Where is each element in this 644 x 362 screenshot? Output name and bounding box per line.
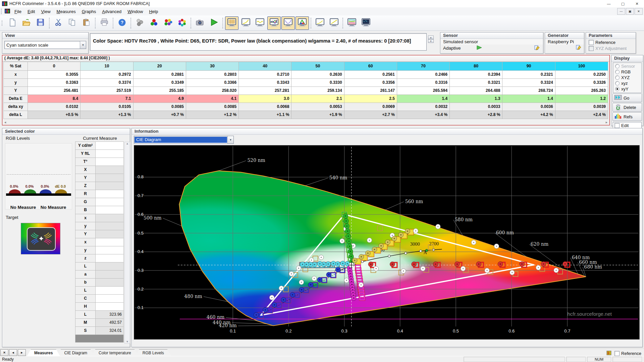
color-checker-measure-button[interactable] (175, 16, 189, 30)
go-button[interactable]: Go (612, 94, 642, 102)
sat-column-header[interactable]: 30 (186, 62, 239, 71)
view-gamma-button[interactable] (239, 16, 253, 30)
menu-advanced[interactable]: Advanced (99, 7, 124, 15)
measure-cell[interactable]: 4.9 (133, 95, 186, 103)
tab-rgb-levels[interactable]: RGB Levels (135, 349, 171, 356)
minimize-button[interactable]: — (602, 0, 616, 7)
measure-cell[interactable]: +4.2 % (502, 111, 555, 119)
cie-diagram[interactable]: 9300400030002700A520 nm540 nm560 nm580 n… (134, 145, 640, 340)
measure-cell[interactable]: +3.4 % (397, 111, 450, 119)
measure-cell[interactable]: 0.3363 (28, 78, 80, 87)
measures-count-spinner[interactable]: ▲ ▼ (428, 36, 434, 43)
measure-cell[interactable]: 4.1 (186, 95, 239, 103)
view-luminance-low-button[interactable] (313, 16, 327, 30)
sat-column-header[interactable]: 0 (28, 62, 80, 71)
measure-cell[interactable]: 261.147 (344, 86, 397, 95)
new-document-button[interactable] (6, 16, 19, 30)
tab-close-button[interactable]: ✕ (0, 349, 8, 356)
measure-cell[interactable]: 8.4 (28, 95, 80, 103)
radio-icon[interactable] (615, 81, 620, 85)
measure-cell[interactable]: +1.2 % (186, 111, 239, 119)
sat-column-header[interactable]: 90 (502, 62, 555, 71)
measure-cell[interactable]: +2.7 % (344, 111, 397, 119)
measure-cell[interactable]: 0.2394 (449, 70, 502, 79)
measure-cell[interactable]: 0.3330 (291, 78, 344, 87)
current-measure-row[interactable]: z (75, 254, 124, 262)
reference-checkbox-row[interactable]: Reference (589, 40, 636, 45)
sat-column-header[interactable]: 60 (344, 62, 397, 71)
display-radio-xyz[interactable]: xyz (613, 80, 641, 86)
measure-cell[interactable]: 0.2321 (502, 70, 555, 79)
measure-cell[interactable]: 7.1 (80, 95, 133, 103)
print-button[interactable] (98, 16, 111, 30)
current-measure-scrollbar[interactable]: ▲ ▼ (124, 142, 130, 344)
mdi-close-button[interactable]: ✕ (635, 8, 643, 15)
restore-button[interactable]: ▢ (616, 0, 630, 7)
measure-cell[interactable]: 0.3349 (133, 78, 186, 87)
current-measure-row[interactable]: Y (75, 174, 124, 182)
current-measure-row[interactable]: L (75, 287, 124, 295)
chevron-down-icon[interactable]: ▼ (227, 136, 233, 143)
sat-column-header[interactable]: 100 (555, 62, 608, 71)
measure-cell[interactable]: 3.0 (238, 95, 291, 103)
snapshot-button[interactable] (193, 16, 207, 30)
measure-cell[interactable]: 0.0053 (291, 103, 344, 111)
measure-cell[interactable]: 2.1 (291, 95, 344, 103)
measure-cell[interactable]: 1.4 (397, 95, 450, 103)
measure-cell[interactable]: 0.2972 (80, 70, 133, 79)
current-measure-row[interactable]: x (75, 214, 124, 222)
measure-cell[interactable]: 0.2466 (397, 70, 450, 79)
current-measure-row[interactable]: Y cd/m² (75, 142, 124, 150)
measure-cell[interactable]: 265.263 (555, 86, 608, 95)
measure-cell[interactable]: 0.0036 (502, 103, 555, 111)
measure-cell[interactable]: 0.3366 (186, 78, 239, 87)
view-luminance-button[interactable] (281, 16, 295, 30)
open-file-button[interactable] (20, 16, 33, 30)
measure-cell[interactable]: +1.3 % (80, 111, 133, 119)
menu-window[interactable]: Window (124, 7, 146, 15)
measure-cell[interactable]: 0.2803 (186, 70, 239, 79)
menu-file[interactable]: File (11, 7, 24, 15)
current-measure-row[interactable]: x (75, 238, 124, 246)
measure-cell[interactable]: +2.4 % (555, 111, 608, 119)
measure-cell[interactable]: 0.0102 (28, 103, 80, 111)
measure-cell[interactable]: 0.0085 (186, 103, 239, 111)
menu-edit[interactable]: Edit (24, 7, 38, 15)
measure-cell[interactable]: 2.5 (344, 95, 397, 103)
tab-cie-diagram[interactable]: CIE Diagram (57, 349, 95, 356)
measure-cell[interactable]: 0.2630 (291, 70, 344, 79)
measure-cell[interactable]: 1.4 (502, 95, 555, 103)
view-contrast-button[interactable] (327, 16, 341, 30)
measure-cell[interactable]: 0.2561 (344, 70, 397, 79)
sat-column-header[interactable]: 10 (80, 62, 133, 71)
current-measure-row[interactable]: T° (75, 158, 124, 166)
current-measure-row[interactable]: X (75, 166, 124, 174)
measure-cell[interactable]: 0.0033 (449, 103, 502, 111)
current-measure-row[interactable]: Z (75, 182, 124, 190)
sat-column-header[interactable]: 40 (238, 62, 291, 71)
measure-cell[interactable]: 0.3324 (502, 78, 555, 87)
close-button[interactable]: ✕ (630, 0, 644, 7)
generator-config-icon[interactable] (576, 45, 582, 51)
reference-checkbox-row[interactable]: Reference (614, 351, 641, 356)
view-sat-shift-button[interactable] (345, 16, 359, 30)
tab-prev-button[interactable]: ◄ (9, 349, 17, 356)
measure-cell[interactable]: 0.0069 (344, 103, 397, 111)
current-measure-row[interactable]: R (75, 190, 124, 198)
display-radio-rgb[interactable]: RGB (613, 69, 641, 75)
measure-cell[interactable]: +0.7 % (133, 111, 186, 119)
measure-cell[interactable]: 255.185 (133, 86, 186, 95)
measure-cell[interactable]: 0.0039 (555, 103, 608, 111)
measure-cell[interactable]: +1.9 % (291, 111, 344, 119)
scroll-left-icon[interactable]: ◄ (4, 121, 7, 124)
saturation-measure-button[interactable] (161, 16, 175, 30)
scroll-right-icon[interactable]: ► (605, 121, 608, 124)
reference-checkbox[interactable] (589, 40, 594, 45)
measure-cell[interactable]: 0.0085 (133, 103, 186, 111)
measure-cell[interactable]: 265.594 (397, 86, 450, 95)
current-measure-row[interactable]: C (75, 295, 124, 303)
measure-cell[interactable]: +0.5 % (28, 111, 80, 119)
current-measure-row[interactable]: L (75, 262, 124, 270)
measure-cell[interactable]: 268.724 (502, 86, 555, 95)
measure-cell[interactable]: 0.2881 (133, 70, 186, 79)
